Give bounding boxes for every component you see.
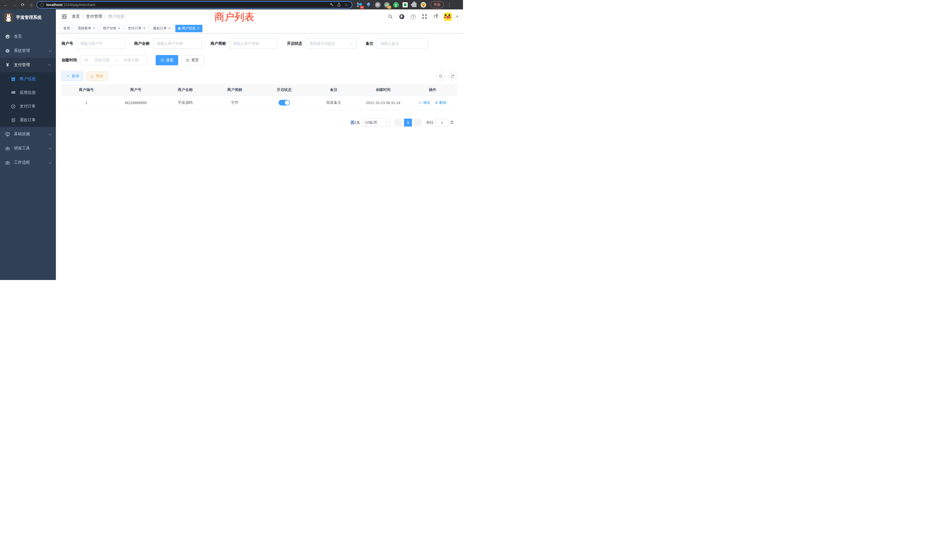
- password-key-icon[interactable]: [329, 2, 334, 8]
- svg-text:¥: ¥: [12, 105, 14, 108]
- col-create-time: 创建时间: [359, 84, 408, 95]
- chevron-up-icon: [48, 64, 51, 67]
- url-path: :1024/pay/merchant: [62, 3, 95, 7]
- tag-home[interactable]: 首页: [61, 25, 73, 32]
- pay-submenu: 商户信息 应用信息 ¥ 支付订单: [0, 72, 56, 127]
- site-info-icon[interactable]: i: [40, 3, 44, 7]
- extension-y-icon[interactable]: y: [393, 2, 399, 8]
- back-icon[interactable]: ←: [2, 2, 9, 8]
- full-name-input[interactable]: 请输入商户全称: [153, 38, 201, 49]
- url-bar[interactable]: i localhost:1024/pay/merchant ☆: [36, 1, 353, 9]
- close-icon[interactable]: ✕: [143, 27, 145, 30]
- extension-recorder-icon[interactable]: 1: [384, 2, 390, 8]
- bookmark-star-icon[interactable]: ☆: [344, 2, 349, 8]
- sidebar-item-home[interactable]: 首页: [0, 29, 56, 44]
- sidebar-collapse-icon[interactable]: [61, 13, 68, 20]
- url-host: localhost: [46, 3, 62, 7]
- close-icon[interactable]: ✕: [118, 27, 120, 30]
- delete-link[interactable]: 删除: [435, 100, 446, 105]
- sidebar-item-pay[interactable]: ¥ 支付管理: [0, 58, 56, 72]
- search-icon[interactable]: [387, 13, 394, 20]
- url-text[interactable]: localhost:1024/pay/merchant: [46, 3, 95, 7]
- home-icon[interactable]: ⌂: [28, 2, 35, 8]
- sidebar-item-infrastructure[interactable]: 基础设施: [0, 127, 56, 141]
- extensions-puzzle-icon[interactable]: [411, 2, 417, 8]
- sidebar-item-merchant-info[interactable]: 商户信息: [0, 72, 56, 86]
- sidebar-item-pay-order[interactable]: ¥ 支付订单: [0, 100, 56, 113]
- toolbox-icon: [5, 146, 10, 151]
- sidebar-item-app-info[interactable]: 应用信息: [0, 86, 56, 100]
- tag-refund-order[interactable]: 退款订单✕: [150, 25, 174, 32]
- refresh-icon: [186, 59, 189, 62]
- search-button[interactable]: 搜索: [156, 55, 178, 65]
- profile-emoji-icon[interactable]: [420, 2, 426, 8]
- extension-kite-icon[interactable]: [366, 2, 371, 8]
- toggle-search-button[interactable]: [436, 71, 445, 81]
- fullscreen-icon[interactable]: [421, 13, 428, 20]
- page-1-button[interactable]: 1: [404, 119, 412, 127]
- extension-green-doc-icon[interactable]: [402, 2, 408, 8]
- sidebar-item-label: 商户信息: [20, 76, 36, 82]
- chevron-down-icon: [49, 132, 51, 135]
- tag-merchant-info[interactable]: 商户信息✕: [176, 25, 203, 32]
- next-page-button[interactable]: ›: [414, 119, 422, 127]
- edit-link-label: 修改: [423, 100, 430, 105]
- search-button-label: 搜索: [166, 58, 173, 63]
- sidebar-item-refund-order[interactable]: 退款订单: [0, 113, 56, 127]
- logo-row[interactable]: 芋道管理系统: [0, 9, 56, 26]
- extension-command-icon[interactable]: ⌘: [375, 2, 381, 8]
- add-button[interactable]: ＋ 新增: [62, 71, 83, 81]
- status-toggle[interactable]: [278, 100, 290, 106]
- tag-pay-order[interactable]: 支付订单✕: [125, 25, 148, 32]
- close-icon[interactable]: ✕: [93, 27, 95, 30]
- sidebar-item-workflow[interactable]: 工作流程: [0, 155, 56, 170]
- breadcrumb-home[interactable]: 首页: [72, 14, 80, 19]
- active-dot: [178, 27, 180, 30]
- date-range-picker[interactable]: 开始日期 - 结束日期: [80, 55, 147, 65]
- sidebar-item-system[interactable]: 系统管理: [0, 44, 56, 58]
- extension-badge: 1: [387, 6, 391, 9]
- dashboard-icon: [5, 34, 10, 39]
- tag-process-form[interactable]: 流程表单✕: [75, 25, 98, 32]
- breadcrumb-pay[interactable]: 支付管理: [86, 14, 102, 19]
- close-icon[interactable]: ✕: [168, 27, 171, 30]
- forward-icon[interactable]: →: [11, 2, 18, 8]
- cell-remark: 我是备注: [309, 95, 359, 110]
- refresh-table-button[interactable]: [448, 71, 457, 81]
- yen-icon: ¥: [5, 62, 10, 68]
- edit-link[interactable]: 修改: [419, 100, 430, 105]
- status-select[interactable]: 请选择开启状态 ∨: [306, 38, 357, 49]
- filter-row-1: 商户号 请输入商户号 商户全称 请输入商户全称 商户简称 请输入商户简称 开启状…: [62, 38, 457, 49]
- extension-devtools-icon[interactable]: 10: [356, 2, 362, 8]
- sidebar: 芋道管理系统 首页 系统管理 ¥ 支付管理: [0, 9, 56, 280]
- share-icon[interactable]: [336, 2, 342, 8]
- export-button[interactable]: 导出: [86, 71, 107, 81]
- sidebar-item-label: 支付管理: [14, 62, 45, 68]
- chrome-update-button[interactable]: 更新: [430, 1, 444, 8]
- reload-icon[interactable]: ⟳: [20, 2, 26, 8]
- merchant-no-input[interactable]: 请输入商户号: [77, 38, 125, 49]
- calendar-icon: [84, 58, 88, 62]
- tag-user-group[interactable]: 用户分组✕: [100, 25, 123, 32]
- status-label: 开启状态: [287, 41, 303, 46]
- sidebar-item-dev-tools[interactable]: 研发工具: [0, 141, 56, 155]
- close-icon[interactable]: ✕: [197, 27, 200, 30]
- cell-merchant-id: 1: [62, 95, 111, 110]
- remark-input[interactable]: 请输入备注: [377, 38, 428, 49]
- font-size-icon[interactable]: TT: [432, 13, 440, 20]
- avatar[interactable]: [443, 12, 452, 21]
- total-count: 1: [354, 120, 356, 125]
- chevron-down-icon[interactable]: ▼: [456, 15, 458, 18]
- reset-button[interactable]: 重置: [181, 55, 204, 65]
- pagination: 共1条 10条/页 ∨ ‹ 1 › 前往 页: [62, 119, 454, 127]
- short-name-input[interactable]: 请输入商户简称: [230, 38, 278, 49]
- chrome-menu-icon[interactable]: ⋮: [446, 2, 453, 8]
- breadcrumb-separator: /: [104, 14, 106, 19]
- help-icon[interactable]: ?: [409, 13, 417, 20]
- prev-page-button[interactable]: ‹: [394, 119, 402, 127]
- goto-page-input[interactable]: [435, 119, 448, 127]
- col-status: 开启状态: [259, 84, 309, 95]
- cell-short-name: 芋艿: [210, 95, 260, 110]
- github-icon[interactable]: [398, 13, 406, 20]
- page-size-select[interactable]: 10条/页 ∨: [362, 119, 390, 127]
